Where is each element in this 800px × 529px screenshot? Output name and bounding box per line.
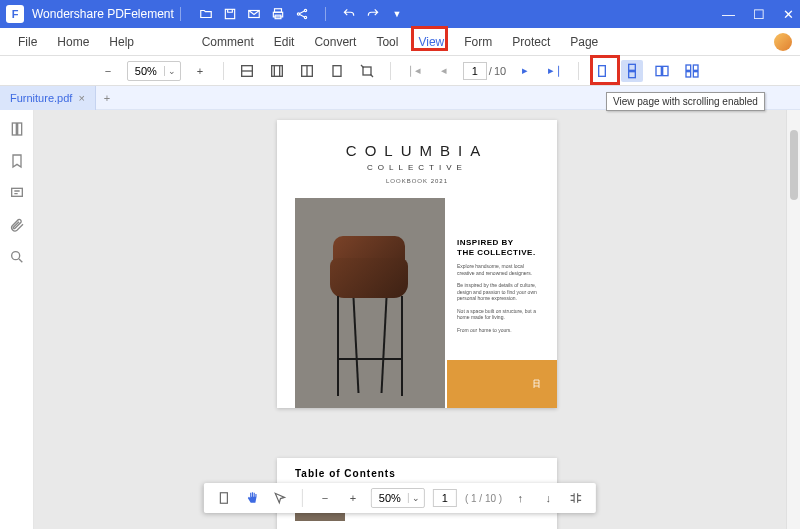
hand-tool-icon[interactable] xyxy=(242,488,262,508)
zoom-in-icon[interactable]: + xyxy=(343,488,363,508)
tab-furniture[interactable]: Furniture.pdf × xyxy=(0,86,96,110)
svg-point-7 xyxy=(304,16,306,18)
save-icon[interactable] xyxy=(223,7,237,21)
doc-date: LOOKBOOK 2021 xyxy=(295,178,539,184)
svg-rect-24 xyxy=(11,188,22,196)
redo-icon[interactable] xyxy=(366,7,380,21)
user-avatar[interactable] xyxy=(774,33,792,51)
fit-height-button[interactable] xyxy=(296,60,318,82)
menu-help[interactable]: Help xyxy=(99,31,144,53)
menu-edit[interactable]: Edit xyxy=(264,31,305,53)
svg-rect-23 xyxy=(17,123,21,135)
bookmark-icon[interactable] xyxy=(8,152,26,170)
titlebar: F Wondershare PDFelement ▼ — ☐ ✕ xyxy=(0,0,800,28)
separator xyxy=(223,62,224,80)
page-down-icon[interactable]: ↓ xyxy=(538,488,558,508)
menubar: File Home Help Comment Edit Convert Tool… xyxy=(0,28,800,56)
doc-para-3: Not a space built on structure, but a ho… xyxy=(457,308,539,321)
menu-file[interactable]: File xyxy=(8,31,47,53)
page-input[interactable] xyxy=(463,62,487,80)
vertical-scrollbar[interactable] xyxy=(786,110,800,529)
svg-rect-0 xyxy=(225,9,234,18)
scrollbar-thumb[interactable] xyxy=(790,130,798,200)
tab-close-icon[interactable]: × xyxy=(78,92,84,104)
fit-width-button[interactable] xyxy=(236,60,258,82)
bottom-page-input[interactable] xyxy=(433,489,457,507)
next-page-button[interactable]: ▸ xyxy=(514,60,536,82)
prev-page-button[interactable]: ◂ xyxy=(433,60,455,82)
mail-icon[interactable] xyxy=(247,7,261,21)
two-page-scroll-button[interactable] xyxy=(681,60,703,82)
rotate-button[interactable] xyxy=(356,60,378,82)
zoom-combo[interactable]: ⌄ xyxy=(127,61,181,81)
zoom-input[interactable] xyxy=(128,65,164,77)
actual-size-button[interactable] xyxy=(326,60,348,82)
maximize-button[interactable]: ☐ xyxy=(753,7,765,22)
fit-icon[interactable] xyxy=(214,488,234,508)
doc-para-2: Be inspired by the details of culture, d… xyxy=(457,282,539,302)
undo-icon[interactable] xyxy=(342,7,356,21)
first-page-button[interactable]: ❘◂ xyxy=(403,60,425,82)
document-canvas[interactable]: COLUMBIA COLLECTIVE LOOKBOOK 2021 INSPIR… xyxy=(34,110,800,529)
read-mode-icon[interactable] xyxy=(566,488,586,508)
select-tool-icon[interactable] xyxy=(270,488,290,508)
comments-icon[interactable] xyxy=(8,184,26,202)
menu-protect[interactable]: Protect xyxy=(502,31,560,53)
chair-icon xyxy=(315,228,425,398)
svg-point-25 xyxy=(11,252,19,260)
menu-view[interactable]: View xyxy=(408,31,454,53)
svg-rect-9 xyxy=(272,65,283,76)
quick-access: ▼ xyxy=(199,7,404,21)
svg-point-6 xyxy=(304,9,306,11)
floating-toolbar: − + ⌄ ( 1 / 10 ) ↑ ↓ xyxy=(204,483,596,513)
share-icon[interactable] xyxy=(295,7,309,21)
zoom-in-button[interactable]: + xyxy=(189,60,211,82)
thumbnails-icon[interactable] xyxy=(8,120,26,138)
print-icon[interactable] xyxy=(271,7,285,21)
minimize-button[interactable]: — xyxy=(722,7,735,22)
accent-block xyxy=(447,360,557,408)
separator xyxy=(180,7,181,21)
fit-page-button[interactable] xyxy=(266,60,288,82)
search-icon[interactable] xyxy=(8,248,26,266)
menu-page[interactable]: Page xyxy=(560,31,608,53)
zoom-out-button[interactable]: − xyxy=(97,60,119,82)
menu-tool[interactable]: Tool xyxy=(366,31,408,53)
two-page-button[interactable] xyxy=(651,60,673,82)
separator xyxy=(578,62,579,80)
page-indicator: / 10 xyxy=(463,62,506,80)
page-up-icon[interactable]: ↑ xyxy=(510,488,530,508)
menu-home[interactable]: Home xyxy=(47,31,99,53)
workspace: COLUMBIA COLLECTIVE LOOKBOOK 2021 INSPIR… xyxy=(0,110,800,529)
bottom-zoom-input[interactable] xyxy=(372,492,408,504)
bottom-page-indicator xyxy=(433,489,457,507)
svg-rect-21 xyxy=(693,71,698,76)
folder-icon[interactable] xyxy=(199,7,213,21)
chair-outline-icon xyxy=(531,378,543,390)
pdf-page-1: COLUMBIA COLLECTIVE LOOKBOOK 2021 INSPIR… xyxy=(277,120,557,408)
last-page-button[interactable]: ▸❘ xyxy=(544,60,566,82)
zoom-out-icon[interactable]: − xyxy=(315,488,335,508)
menu-comment[interactable]: Comment xyxy=(192,31,264,53)
app-logo: F xyxy=(6,5,24,23)
dropdown-icon[interactable]: ▼ xyxy=(390,7,404,21)
hero-image xyxy=(295,198,445,408)
separator xyxy=(390,62,391,80)
attachment-icon[interactable] xyxy=(8,216,26,234)
svg-rect-14 xyxy=(629,64,636,70)
zoom-dropdown[interactable]: ⌄ xyxy=(164,66,180,76)
tooltip-scrolling: View page with scrolling enabled xyxy=(606,92,765,111)
svg-rect-26 xyxy=(220,493,227,504)
svg-rect-12 xyxy=(363,67,371,75)
bottom-zoom-dropdown[interactable]: ⌄ xyxy=(408,493,424,503)
bottom-zoom-combo[interactable]: ⌄ xyxy=(371,488,425,508)
scrolling-page-button[interactable] xyxy=(621,60,643,82)
menu-convert[interactable]: Convert xyxy=(304,31,366,53)
svg-rect-11 xyxy=(333,65,341,76)
close-button[interactable]: ✕ xyxy=(783,7,794,22)
single-page-button[interactable] xyxy=(591,60,613,82)
svg-rect-16 xyxy=(656,66,661,75)
svg-rect-19 xyxy=(693,65,698,70)
menu-form[interactable]: Form xyxy=(454,31,502,53)
add-tab-button[interactable]: + xyxy=(96,92,118,104)
